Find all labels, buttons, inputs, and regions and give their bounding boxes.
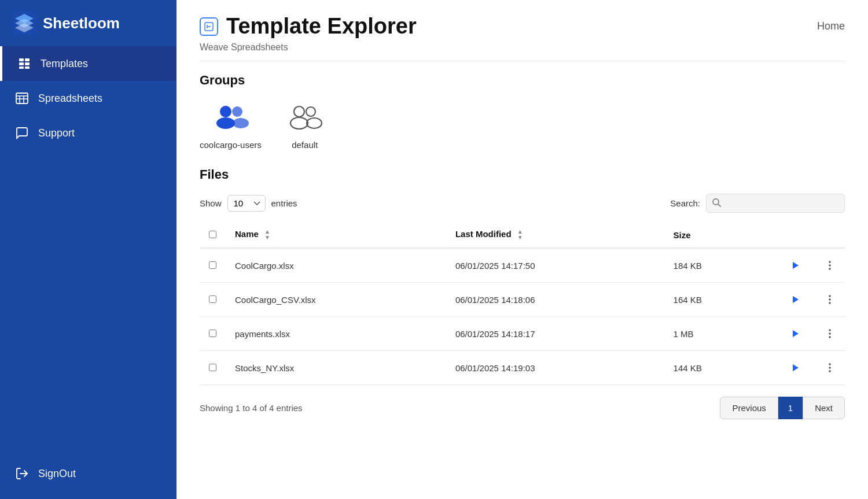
- svg-marker-29: [793, 262, 799, 269]
- col-size: Size: [664, 222, 768, 248]
- svg-rect-6: [19, 62, 24, 65]
- show-label: Show: [200, 198, 222, 208]
- page-title: Template Explorer: [226, 14, 417, 39]
- row-size: 184 KB: [664, 248, 768, 283]
- groups-section: Groups coolcargo-users: [200, 73, 845, 150]
- svg-point-34: [829, 295, 831, 297]
- search-icon: [712, 198, 721, 209]
- table-row: payments.xlsx 06/01/2025 14:18:17 1 MB: [200, 317, 845, 351]
- files-section: Files Show 10 25 50 100 entries Search:: [200, 167, 845, 431]
- showing-text: Showing 1 to 4 of 4 entries: [200, 403, 303, 413]
- table-footer: Showing 1 to 4 of 4 entries Previous 1 N…: [200, 397, 845, 431]
- svg-point-23: [294, 106, 304, 117]
- files-controls: Show 10 25 50 100 entries Search:: [200, 194, 845, 213]
- run-button[interactable]: [784, 325, 806, 342]
- prev-button[interactable]: Previous: [720, 397, 778, 419]
- svg-point-42: [829, 363, 831, 365]
- svg-point-40: [829, 336, 831, 338]
- svg-rect-4: [19, 58, 24, 61]
- row-size: 1 MB: [664, 317, 768, 351]
- row-more-cell: [815, 283, 845, 317]
- svg-rect-9: [25, 66, 30, 69]
- files-table: Name ▲▼ Last Modified ▲▼ Size: [200, 222, 845, 385]
- group-default-icon: [285, 99, 325, 134]
- page-body: Groups coolcargo-users: [176, 61, 868, 442]
- home-link[interactable]: Home: [817, 20, 845, 32]
- back-button[interactable]: [200, 17, 218, 36]
- sidebar-item-spreadsheets-label: Spreadsheets: [38, 93, 102, 105]
- select-all-checkbox[interactable]: [209, 231, 216, 238]
- row-last-modified: 06/01/2025 14:18:06: [446, 283, 664, 317]
- svg-point-25: [306, 107, 315, 116]
- header-checkbox-cell: [200, 222, 226, 248]
- svg-marker-33: [793, 296, 799, 303]
- sidebar-item-templates-label: Templates: [41, 58, 88, 70]
- group-coolcargo-users[interactable]: coolcargo-users: [200, 99, 262, 150]
- sidebar-item-support-label: Support: [38, 127, 75, 139]
- row-checkbox[interactable]: [209, 295, 216, 303]
- templates-icon: [16, 56, 32, 72]
- search-area: Search:: [670, 194, 845, 213]
- svg-point-38: [829, 329, 831, 331]
- sidebar-item-support[interactable]: Support: [0, 116, 176, 150]
- svg-point-20: [216, 117, 235, 129]
- row-more-cell: [815, 351, 845, 385]
- search-label: Search:: [670, 198, 700, 208]
- svg-point-39: [829, 332, 831, 335]
- col-name[interactable]: Name ▲▼: [226, 222, 446, 248]
- sidebar-item-spreadsheets[interactable]: Spreadsheets: [0, 81, 176, 116]
- row-run-cell: [768, 351, 815, 385]
- col-more: [815, 222, 845, 248]
- col-actions: [768, 222, 815, 248]
- signout-button[interactable]: SignOut: [14, 465, 163, 482]
- logo-area: Sheetloom: [0, 0, 176, 46]
- row-checkbox-cell: [200, 283, 226, 317]
- next-button[interactable]: Next: [803, 397, 845, 419]
- row-checkbox[interactable]: [209, 364, 216, 371]
- main-content: Template Explorer Home Weave Spreadsheet…: [176, 0, 868, 499]
- group-users-icon: [210, 99, 251, 134]
- row-checkbox[interactable]: [209, 261, 216, 269]
- name-sort-arrows: ▲▼: [264, 229, 270, 241]
- svg-point-35: [829, 298, 831, 301]
- search-input[interactable]: [706, 194, 845, 213]
- more-button[interactable]: [824, 360, 836, 375]
- group-default[interactable]: default: [285, 99, 325, 150]
- run-button[interactable]: [784, 291, 806, 308]
- title-row: Template Explorer: [200, 14, 417, 39]
- more-button[interactable]: [824, 326, 836, 341]
- search-input-wrap: [706, 194, 845, 213]
- row-run-cell: [768, 283, 815, 317]
- row-last-modified: 06/01/2025 14:18:17: [446, 317, 664, 351]
- row-size: 144 KB: [664, 351, 768, 385]
- page-subtitle: Weave Spreadsheets: [200, 42, 845, 53]
- row-checkbox-cell: [200, 248, 226, 283]
- files-tbody: CoolCargo.xlsx 06/01/2025 14:17:50 184 K…: [200, 248, 845, 385]
- table-header: Name ▲▼ Last Modified ▲▼ Size: [200, 222, 845, 248]
- svg-rect-7: [25, 62, 30, 65]
- entries-select[interactable]: 10 25 50 100: [227, 195, 266, 212]
- run-button[interactable]: [784, 359, 806, 376]
- more-button[interactable]: [824, 292, 836, 307]
- run-button[interactable]: [784, 257, 806, 274]
- svg-point-24: [290, 117, 308, 129]
- svg-point-31: [829, 264, 831, 267]
- header-top: Template Explorer Home: [200, 14, 845, 39]
- col-last-modified[interactable]: Last Modified ▲▼: [446, 222, 664, 248]
- group-default-label: default: [292, 140, 318, 150]
- row-name: CoolCargo.xlsx: [226, 248, 446, 283]
- sidebar-item-templates[interactable]: Templates: [0, 46, 176, 81]
- files-title: Files: [200, 167, 845, 182]
- svg-point-30: [829, 261, 831, 263]
- group-coolcargo-label: coolcargo-users: [200, 140, 262, 150]
- svg-line-28: [718, 204, 720, 206]
- groups-title: Groups: [200, 73, 845, 88]
- signout-icon: [14, 465, 30, 482]
- row-checkbox[interactable]: [209, 330, 216, 337]
- modified-sort-arrows: ▲▼: [517, 229, 523, 241]
- row-last-modified: 06/01/2025 14:19:03: [446, 351, 664, 385]
- signout-label: SignOut: [38, 468, 76, 480]
- row-name: CoolCargo_CSV.xlsx: [226, 283, 446, 317]
- more-button[interactable]: [824, 258, 836, 273]
- svg-rect-5: [25, 58, 30, 61]
